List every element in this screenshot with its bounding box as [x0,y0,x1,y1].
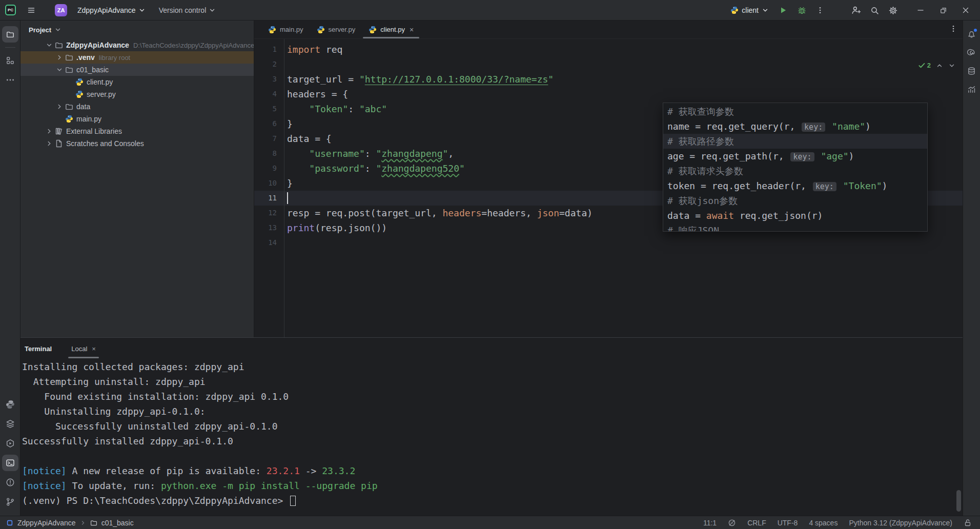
tree-item-data[interactable]: data [21,100,254,113]
line-number[interactable]: 11 [254,191,284,206]
python-packages-tool-button[interactable] [2,396,18,413]
more-run-options-button[interactable] [812,2,828,18]
popup-line-1[interactable]: # 获取查询参数 [663,104,927,119]
code-line-1[interactable]: import req [287,42,963,57]
line-number[interactable]: 9 [254,161,284,176]
popup-line-2[interactable]: name = req.get_query(r, key: "name") [663,119,927,134]
inlay-hint: key: [813,182,836,191]
search-everywhere-button[interactable] [866,2,883,18]
project-panel-header[interactable]: Project [21,21,254,39]
line-number[interactable]: 8 [254,146,284,161]
caret-position[interactable]: 11:1 [703,519,717,527]
next-problem-icon[interactable] [948,62,955,69]
code-token: ) [865,121,871,132]
debug-button[interactable] [793,2,810,18]
problems-tool-button[interactable] [2,474,18,491]
git-tool-button[interactable] [2,494,18,510]
project-tool-button[interactable] [2,26,18,43]
code-line-14[interactable] [287,235,963,250]
code-line-2[interactable] [287,57,963,72]
code-token: =headers, [481,208,537,218]
main-menu-button[interactable] [23,2,39,18]
chevron-right-icon[interactable] [54,103,65,110]
tree-item-client-py[interactable]: client.py [21,76,254,88]
tree-item-c01_basic[interactable]: c01_basic [21,64,254,76]
line-number[interactable]: 14 [254,235,284,250]
chevron-right-icon[interactable] [54,54,65,61]
popup-line-8[interactable]: data = await req.get_json(r) [663,208,927,223]
run-tool-button[interactable] [2,435,18,452]
readonly-toggle[interactable] [964,519,972,527]
terminal-panel[interactable]: Terminal Local × Installing collected pa… [21,337,963,516]
minimize-button[interactable] [910,2,931,18]
popup-line-5[interactable]: # 获取请求头参数 [663,164,927,178]
line-number[interactable]: 13 [254,220,284,235]
notifications-button[interactable] [965,27,979,41]
database-icon [967,67,976,75]
run-configuration-selector[interactable]: client [730,6,769,14]
line-number[interactable]: 1 [254,42,284,57]
breadcrumb-folder[interactable]: c01_basic [101,519,134,527]
line-number[interactable]: 4 [254,87,284,101]
project-selector[interactable]: ZdppyApiAdvance [74,4,149,16]
popup-line-9[interactable]: # 响应JSON [663,223,927,232]
line-number[interactable]: 6 [254,116,284,131]
code-token: # 获取请求头参数 [667,166,743,176]
endpoints-button[interactable] [965,82,979,96]
chevron-down-icon[interactable] [44,42,54,49]
file-encoding[interactable]: UTF-8 [778,519,798,527]
prev-problem-icon[interactable] [936,62,943,69]
popup-line-4[interactable]: age = req.get_path(r, key: "age") [663,149,927,164]
python-interpreter[interactable]: Python 3.12 (ZdppyApiAdvance) [849,519,952,527]
line-number[interactable]: 10 [254,176,284,191]
code-line-3[interactable]: target_url = "http://127.0.0.1:8000/33/?… [287,72,963,87]
chevron-right-icon[interactable] [44,128,54,135]
tree-item-server-py[interactable]: server.py [21,88,254,100]
close-button[interactable] [955,2,976,18]
inspections-widget[interactable] [728,519,736,527]
chevron-down-icon[interactable] [54,66,65,73]
inspections-widget[interactable]: 2 [918,62,955,69]
terminal-scrollbar[interactable] [956,490,961,512]
tree-item-label: c01_basic [76,66,109,74]
breadcrumb[interactable]: ZdppyApiAdvance c01_basic [0,519,134,527]
indent-style[interactable]: 4 spaces [809,519,838,527]
tree-item-External-Libraries[interactable]: External Libraries [21,125,254,137]
code-line-4[interactable]: headers = { [287,87,963,101]
services-tool-button[interactable] [2,416,18,432]
line-number[interactable]: 7 [254,131,284,146]
close-tab-icon[interactable]: × [410,26,414,34]
tab-client-py[interactable]: client.py× [362,21,420,38]
line-number[interactable]: 3 [254,72,284,87]
popup-line-7[interactable]: # 获取json参数 [663,193,927,208]
tab-options-icon[interactable] [949,25,957,33]
terminal-output[interactable]: Installing collected packages: zdppy_api… [21,359,963,516]
line-number[interactable]: 2 [254,57,284,72]
line-separator[interactable]: CRLF [747,519,766,527]
version-control-menu[interactable]: Version control [156,4,219,16]
restore-button[interactable] [933,2,953,18]
code-with-me-button[interactable] [848,2,864,18]
database-button[interactable] [965,64,979,78]
tree-item-ZdppyApiAdvance[interactable]: ZdppyApiAdvanceD:\TeachCodes\zdppy\Zdppy… [21,39,254,51]
tab-main-py[interactable]: main.py [261,21,310,38]
tree-item-Scratches-and-Consoles[interactable]: Scratches and Consoles [21,137,254,150]
more-tools-button[interactable] [2,72,18,88]
structure-tool-button[interactable] [2,52,18,69]
line-number[interactable]: 12 [254,206,284,220]
terminal-tool-button[interactable] [2,455,18,471]
popup-line-6[interactable]: token = req.get_header(r, key: "Token") [663,178,927,193]
breadcrumb-project[interactable]: ZdppyApiAdvance [17,519,76,527]
settings-button[interactable] [885,2,901,18]
tree-item-main-py[interactable]: main.py [21,113,254,125]
chevron-right-icon[interactable] [44,140,54,147]
terminal-title[interactable]: Terminal [25,345,52,353]
run-button[interactable] [775,2,791,18]
ai-assistant-button[interactable] [965,45,979,59]
tree-item--venv[interactable]: .venvlibrary root [21,51,254,64]
tab-server-py[interactable]: server.py [310,21,362,38]
popup-line-3[interactable]: # 获取路径参数 [663,134,927,149]
terminal-tab-local[interactable]: Local × [68,338,99,359]
close-tab-icon[interactable]: × [92,345,96,353]
line-number[interactable]: 5 [254,101,284,116]
